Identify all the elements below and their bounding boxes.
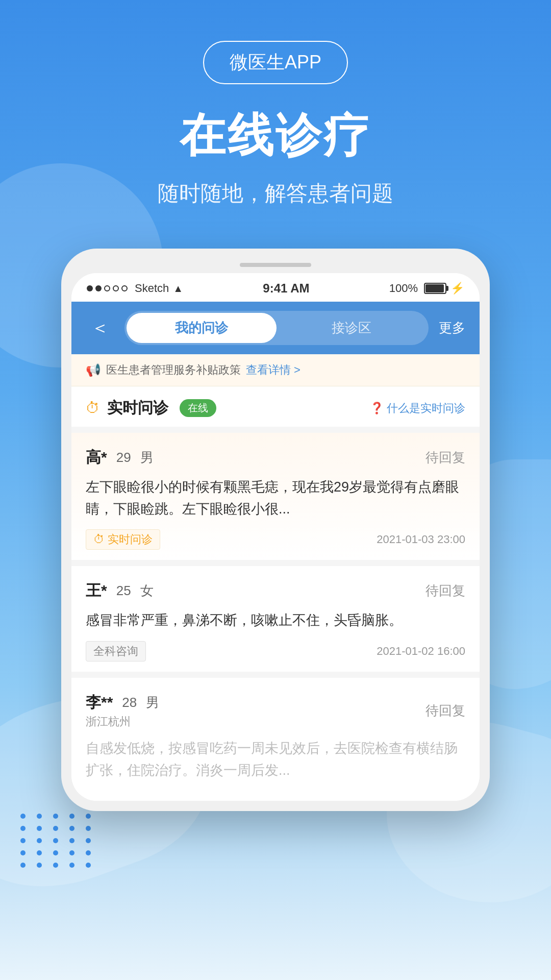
card-1-time: 2021-01-03 23:00	[377, 533, 465, 546]
realtime-section-header: ⏱ 实时问诊 在线 ❓ 什么是实时问诊	[71, 386, 480, 427]
status-bar: Sketch ▲ 9:41 AM 100% ⚡	[71, 273, 480, 302]
patient-info-1: 高* 29 男	[86, 447, 154, 468]
card-1-content: 左下眼睑很小的时候有颗黑毛痣，现在我29岁最觉得有点磨眼睛，下眼睑跳。左下眼睑很…	[86, 476, 465, 520]
notice-bar: 📢 医生患者管理服务补贴政策 查看详情 >	[71, 354, 480, 386]
help-button[interactable]: ❓ 什么是实时问诊	[370, 401, 465, 416]
app-badge: 微医生APP	[203, 41, 348, 84]
card-2-time: 2021-01-02 16:00	[377, 645, 465, 658]
status-1: 待回复	[425, 449, 465, 467]
subtitle: 随时随地，解答患者问题	[158, 179, 393, 208]
consult-card-3[interactable]: 李** 28 男 浙江杭州 待回复 自感发低烧，按感冒吃药一周未见效后，去医院检…	[71, 672, 480, 801]
status-right: 100% ⚡	[389, 282, 464, 295]
page-background: 微医生APP 在线诊疗 随时随地，解答患者问题	[0, 0, 551, 980]
back-button[interactable]: ＜	[86, 313, 114, 342]
patient-gender-2: 女	[140, 582, 154, 600]
wifi-icon: ▲	[173, 283, 183, 295]
type-badge-2: 全科咨询	[86, 641, 146, 662]
nav-bar: ＜ 我的问诊 接诊区 更多	[71, 302, 480, 354]
patient-info-3: 李** 28 男 浙江杭州	[86, 692, 159, 729]
help-icon: ❓	[370, 402, 384, 415]
realtime-icon: ⏱	[86, 400, 100, 416]
tab-reception[interactable]: 接诊区	[277, 313, 427, 343]
dots-decoration	[20, 814, 95, 868]
notice-icon: 📢	[86, 363, 101, 377]
realtime-title: 实时问诊	[107, 398, 168, 419]
more-button[interactable]: 更多	[439, 319, 465, 337]
consult-card-1[interactable]: 高* 29 男 待回复 左下眼睑很小的时候有颗黑毛痣，现在我29岁最觉得有点磨眼…	[71, 427, 480, 560]
phone-mockup: Sketch ▲ 9:41 AM 100% ⚡ ＜	[61, 249, 490, 811]
patient-name-2: 王*	[86, 580, 107, 601]
card-2-footer: 全科咨询 2021-01-02 16:00	[86, 641, 465, 662]
patient-gender-1: 男	[140, 449, 154, 467]
status-2: 待回复	[425, 582, 465, 600]
card-1-footer: ⏱ 实时问诊 2021-01-03 23:00	[86, 529, 465, 550]
notice-text: 医生患者管理服务补贴政策	[106, 362, 241, 378]
status-signal	[87, 285, 128, 291]
patient-name-1: 高*	[86, 447, 107, 468]
status-3: 待回复	[425, 702, 465, 720]
notice-link[interactable]: 查看详情 >	[246, 362, 300, 378]
phone-speaker	[240, 263, 311, 267]
bolt-icon: ⚡	[450, 282, 464, 295]
nav-tabs: 我的问诊 接诊区	[124, 311, 429, 345]
help-text: 什么是实时问诊	[387, 401, 465, 416]
tab-my-consult[interactable]: 我的问诊	[127, 313, 277, 343]
page-header: 微医生APP 在线诊疗 随时随地，解答患者问题	[0, 0, 551, 249]
patient-name-3: 李**	[86, 692, 113, 713]
card-3-header: 李** 28 男 浙江杭州 待回复	[86, 692, 465, 729]
battery-percentage: 100%	[389, 282, 418, 295]
consult-card-2[interactable]: 王* 25 女 待回复 感冒非常严重，鼻涕不断，咳嗽止不住，头昏脑胀。 全科咨询…	[71, 560, 480, 671]
patient-location-3: 浙江杭州	[86, 714, 159, 729]
main-title: 在线诊疗	[180, 105, 371, 167]
type-icon-1: ⏱	[93, 533, 105, 546]
card-3-content: 自感发低烧，按感冒吃药一周未见效后，去医院检查有横结肠扩张，住院治疗。消炎一周后…	[86, 738, 465, 781]
patient-info-2: 王* 25 女	[86, 580, 154, 601]
battery-icon	[424, 283, 446, 294]
card-2-header: 王* 25 女 待回复	[86, 580, 465, 601]
type-text-1: 实时问诊	[108, 532, 153, 547]
phone-container: Sketch ▲ 9:41 AM 100% ⚡ ＜	[0, 249, 551, 811]
patient-age-3: 28	[122, 695, 137, 710]
card-2-content: 感冒非常严重，鼻涕不断，咳嗽止不住，头昏脑胀。	[86, 609, 465, 631]
status-left: Sketch ▲	[87, 282, 183, 295]
carrier-label: Sketch	[135, 282, 169, 295]
patient-gender-3: 男	[146, 694, 159, 712]
card-1-header: 高* 29 男 待回复	[86, 447, 465, 468]
patient-age-2: 25	[116, 583, 131, 599]
online-badge: 在线	[180, 399, 216, 417]
section-title-left: ⏱ 实时问诊 在线	[86, 398, 216, 419]
patient-age-1: 29	[116, 450, 131, 465]
phone-inner: Sketch ▲ 9:41 AM 100% ⚡ ＜	[71, 273, 480, 801]
type-badge-1: ⏱ 实时问诊	[86, 529, 160, 550]
status-time: 9:41 AM	[263, 281, 309, 296]
